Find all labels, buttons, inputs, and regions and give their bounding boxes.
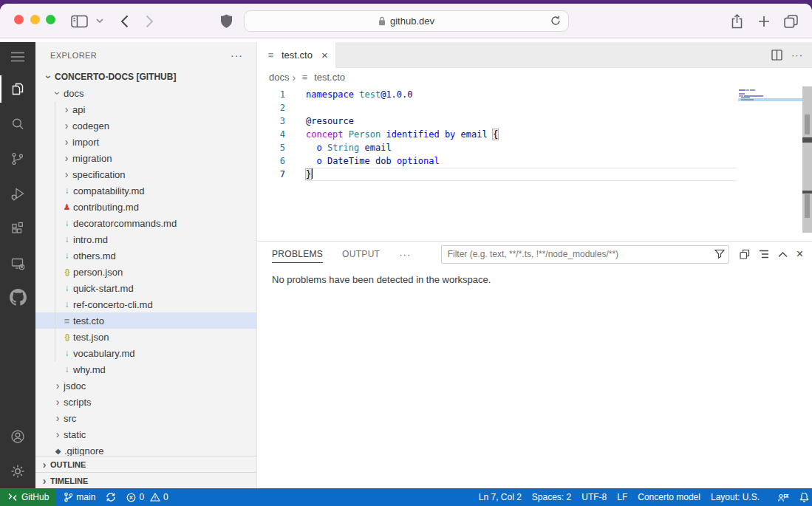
line-content[interactable]: o String email — [306, 141, 737, 154]
maximize-panel-icon[interactable] — [778, 251, 788, 258]
forward-icon[interactable] — [142, 4, 157, 38]
explorer-actions-icon[interactable]: ··· — [231, 49, 243, 61]
line-number[interactable]: 4 — [257, 129, 306, 140]
outline-section[interactable]: › OUTLINE — [35, 456, 256, 472]
run-debug-icon[interactable] — [0, 176, 35, 211]
tabs-overview-icon[interactable] — [782, 4, 799, 38]
line-content[interactable]: o DateTime dob optional — [306, 154, 737, 168]
remote-indicator[interactable]: GitHub — [0, 488, 56, 506]
view-as-list-icon[interactable] — [759, 250, 769, 259]
line-content[interactable]: concept Person identified by email { — [306, 128, 737, 141]
tree-item-intro-md[interactable]: ↓intro.md — [35, 231, 256, 247]
status-item-concerto-model[interactable]: Concerto model — [632, 492, 706, 502]
shield-icon[interactable] — [219, 4, 233, 38]
minimap[interactable] — [738, 88, 802, 236]
editor-more-actions-icon[interactable]: ··· — [791, 49, 803, 61]
tree-item-decoratorcommands-md[interactable]: ↓decoratorcommands.md — [35, 215, 256, 231]
code-line-6[interactable]: 6 o DateTime dob optional — [257, 154, 812, 168]
problems-indicator[interactable]: 0 0 — [121, 488, 173, 506]
code-line-2[interactable]: 2 — [257, 101, 812, 114]
line-number[interactable]: 3 — [257, 116, 306, 126]
line-content[interactable] — [306, 101, 737, 114]
account-icon[interactable] — [0, 419, 35, 454]
tree-item-concerto-docs-github-[interactable]: ›CONCERTO-DOCS [GITHUB] — [35, 69, 256, 85]
status-item-layout-u-s-[interactable]: Layout: U.S. — [706, 492, 765, 502]
tab-test-cto[interactable]: ≡ test.cto × — [257, 42, 336, 68]
tree-item-scripts[interactable]: ›scripts — [35, 394, 256, 410]
code-line-4[interactable]: 4concept Person identified by email { — [257, 128, 812, 141]
code-line-3[interactable]: 3@resource — [257, 114, 812, 128]
line-content[interactable]: } — [306, 168, 737, 181]
sync-button[interactable] — [100, 488, 121, 506]
filter-icon[interactable] — [714, 249, 725, 259]
close-tab-icon[interactable]: × — [321, 49, 328, 61]
status-item-utf-8[interactable]: UTF-8 — [576, 492, 612, 502]
branch-indicator[interactable]: main — [56, 488, 100, 506]
tree-item-others-md[interactable]: ↓others.md — [35, 247, 256, 264]
status-item-ln-7-col-2[interactable]: Ln 7, Col 2 — [474, 492, 527, 502]
group-problems-icon[interactable] — [740, 249, 750, 259]
code-line-1[interactable]: 1namespace test@1.0.0 — [257, 88, 812, 101]
close-window-button[interactable] — [14, 15, 24, 24]
tree-item-specification[interactable]: ›specification — [35, 166, 256, 182]
breadcrumb[interactable]: docs › ≡ test.cto — [257, 68, 812, 86]
source-control-icon[interactable] — [0, 141, 35, 176]
chevron-down-icon[interactable] — [95, 4, 105, 38]
tree-item-test-cto[interactable]: ≡test.cto — [35, 312, 256, 329]
github-icon[interactable] — [0, 280, 35, 315]
feedback-icon[interactable] — [772, 488, 794, 506]
breadcrumb-file[interactable]: test.cto — [314, 72, 345, 83]
line-number[interactable]: 6 — [257, 156, 306, 166]
tree-item-compatability-md[interactable]: ↓compatability.md — [35, 182, 256, 199]
zoom-window-button[interactable] — [46, 15, 55, 24]
problems-filter-input[interactable] — [441, 245, 729, 264]
line-content[interactable]: namespace test@1.0.0 — [306, 88, 737, 101]
close-panel-icon[interactable]: × — [796, 248, 803, 260]
share-icon[interactable] — [729, 4, 745, 38]
line-number[interactable]: 2 — [257, 103, 306, 113]
split-editor-icon[interactable] — [771, 49, 782, 61]
minimize-window-button[interactable] — [30, 15, 40, 24]
tree-item-contributing-md[interactable]: ♟contributing.md — [35, 199, 256, 215]
tree-item-why-md[interactable]: ↓why.md — [35, 361, 256, 377]
back-icon[interactable] — [117, 4, 132, 38]
tree-item-codegen[interactable]: ›codegen — [35, 117, 256, 134]
line-content[interactable]: @resource — [306, 114, 737, 128]
tree-item-jsdoc[interactable]: ›jsdoc — [35, 377, 256, 394]
tree-item-import[interactable]: ›import — [35, 134, 256, 150]
sidebar-icon[interactable] — [70, 4, 88, 38]
explorer-icon[interactable] — [0, 72, 35, 106]
reload-icon[interactable] — [550, 15, 562, 27]
line-number[interactable]: 1 — [257, 89, 306, 100]
extensions-icon[interactable] — [0, 211, 35, 245]
code-line-7[interactable]: 7} — [257, 168, 812, 181]
panel-tabs-overflow-icon[interactable]: ··· — [399, 249, 411, 260]
tree-item-docs[interactable]: ›docs — [35, 85, 256, 101]
tree-item-static[interactable]: ›static — [35, 426, 256, 442]
line-number[interactable]: 7 — [257, 169, 306, 180]
tree-item-person-json[interactable]: {}person.json — [35, 264, 256, 280]
settings-gear-icon[interactable] — [0, 454, 35, 488]
notifications-bell-icon[interactable] — [794, 488, 812, 506]
search-icon[interactable] — [0, 106, 35, 141]
problems-filter[interactable] — [441, 245, 729, 264]
menu-icon[interactable] — [0, 42, 35, 72]
tree-item-src[interactable]: ›src — [35, 410, 256, 426]
remote-explorer-icon[interactable] — [0, 245, 35, 280]
tab-output[interactable]: OUTPUT — [342, 242, 380, 267]
tab-problems[interactable]: PROBLEMS — [272, 242, 323, 267]
status-item-lf[interactable]: LF — [612, 492, 632, 502]
tree-item-migration[interactable]: ›migration — [35, 150, 256, 166]
timeline-section[interactable]: › TIMELINE — [35, 472, 256, 488]
address-bar[interactable]: github.dev — [244, 10, 569, 32]
new-tab-icon[interactable] — [757, 4, 771, 38]
editor-scrollbar[interactable] — [802, 86, 812, 233]
tree-item-ref-concerto-cli-md[interactable]: ↓ref-concerto-cli.md — [35, 296, 256, 312]
tree-item-test-json[interactable]: {}test.json — [35, 329, 256, 345]
line-number[interactable]: 5 — [257, 143, 306, 153]
status-item-spaces-2[interactable]: Spaces: 2 — [527, 492, 576, 502]
tree-item--gitignore[interactable]: ◆.gitignore — [35, 442, 256, 456]
tree-item-vocabulary-md[interactable]: ↓vocabulary.md — [35, 345, 256, 361]
breadcrumb-folder[interactable]: docs — [269, 72, 289, 83]
code-line-5[interactable]: 5 o String email — [257, 141, 812, 154]
